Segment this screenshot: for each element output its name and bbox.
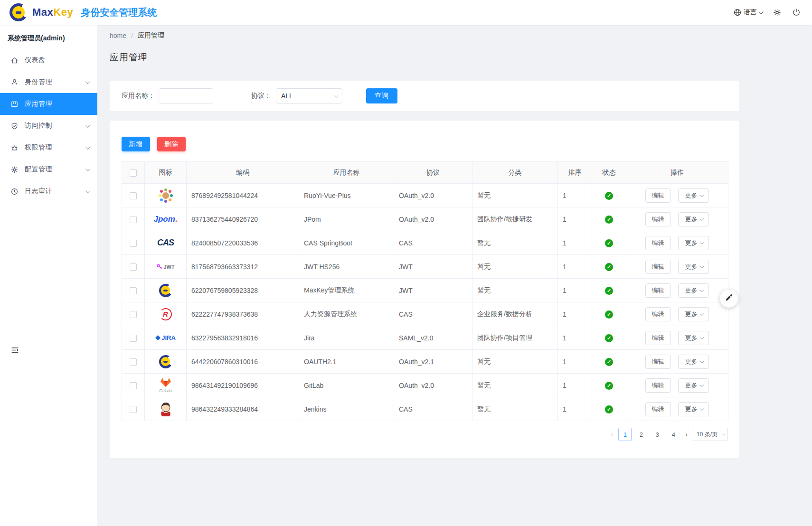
- sidebar-item-access[interactable]: 访问控制: [0, 115, 97, 137]
- clock-icon: [10, 188, 19, 196]
- edit-button[interactable]: 编辑: [645, 331, 671, 345]
- sidebar-item-audit[interactable]: 日志审计: [0, 180, 97, 202]
- status-enabled-icon: [605, 382, 613, 390]
- page-button-3[interactable]: 3: [651, 428, 664, 441]
- app-sort: 1: [558, 350, 592, 374]
- table-row: JIRA 632279563832918016 Jira SAML_v2.0 团…: [122, 326, 728, 350]
- app-sort: 1: [558, 231, 592, 255]
- page-button-4[interactable]: 4: [667, 428, 680, 441]
- row-checkbox[interactable]: [130, 382, 137, 389]
- app-code: 644220607860310016: [187, 350, 299, 374]
- edit-button[interactable]: 编辑: [645, 378, 671, 393]
- brand-name: MaxKey: [32, 6, 73, 19]
- row-checkbox[interactable]: [130, 216, 137, 223]
- sidebar-item-dashboard[interactable]: 仪表盘: [0, 49, 97, 71]
- menu-fold-icon: [10, 348, 19, 356]
- page-button-2[interactable]: 2: [634, 428, 648, 441]
- app-sort: 1: [558, 326, 592, 350]
- sidebar-item-identity[interactable]: 身份管理: [0, 71, 97, 93]
- edit-button[interactable]: 编辑: [645, 402, 671, 416]
- page-size-value: 10 条/页: [697, 431, 718, 439]
- more-button[interactable]: 更多: [678, 355, 709, 369]
- chevron-down-icon: [700, 193, 704, 197]
- app-protocol: SAML_v2.0: [394, 326, 472, 350]
- search-button[interactable]: 查询: [366, 88, 397, 103]
- breadcrumb: home / 应用管理: [110, 31, 739, 40]
- chevron-down-icon: [722, 432, 725, 435]
- row-checkbox[interactable]: [130, 406, 137, 413]
- more-button[interactable]: 更多: [678, 212, 709, 226]
- more-button[interactable]: 更多: [678, 378, 709, 393]
- app-name: JWT HS256: [299, 255, 394, 279]
- row-checkbox[interactable]: [130, 263, 137, 271]
- more-button[interactable]: 更多: [678, 283, 709, 298]
- row-checkbox[interactable]: [130, 358, 137, 366]
- language-switcher[interactable]: 语言: [733, 8, 762, 17]
- sidebar: 系统管理员(admin) 仪表盘 身份管理 应用管理 访问控制 权限管理 配置管…: [0, 25, 98, 526]
- edit-button[interactable]: 编辑: [645, 260, 671, 274]
- gear-icon: [10, 166, 19, 174]
- more-button[interactable]: 更多: [678, 402, 709, 416]
- status-enabled-icon: [605, 263, 613, 271]
- app-protocol: JWT: [394, 255, 472, 279]
- chevron-down-icon: [700, 311, 704, 315]
- app-name: OAUTH2.1: [299, 350, 394, 374]
- sidebar-collapse-button[interactable]: [10, 346, 19, 357]
- app-code: 986432249333284864: [187, 397, 299, 421]
- next-page-button[interactable]: ›: [684, 431, 689, 438]
- more-button[interactable]: 更多: [678, 331, 709, 345]
- row-checkbox[interactable]: [130, 287, 137, 294]
- app-sort: 1: [558, 374, 592, 397]
- more-button[interactable]: 更多: [678, 260, 709, 274]
- app-code: 817568793663373312: [187, 255, 299, 279]
- app-protocol: OAuth_v2.1: [394, 350, 472, 374]
- brand-max: Max: [32, 6, 53, 18]
- more-button[interactable]: 更多: [678, 188, 709, 203]
- prev-page-button[interactable]: ‹: [610, 431, 614, 438]
- settings-button[interactable]: [773, 8, 782, 17]
- logout-icon: [792, 8, 801, 17]
- chevron-down-icon: [700, 383, 704, 386]
- user-icon: [10, 78, 19, 86]
- app-header: MaxKey 身份安全管理系统 语言: [0, 0, 812, 25]
- app-category: 暂无: [472, 184, 558, 207]
- table-row: CAS 824008507220033536 CAS SpringBoot CA…: [122, 231, 728, 255]
- page-size-select[interactable]: 10 条/页: [693, 428, 728, 441]
- col-category: 分类: [472, 162, 558, 184]
- theme-skin-button[interactable]: [720, 290, 738, 308]
- page-button-1[interactable]: 1: [618, 428, 632, 441]
- main-content: home / 应用管理 应用管理 应用名称： 协议： ALL 查询 新增 删除: [98, 25, 812, 526]
- app-name-input[interactable]: [159, 88, 213, 103]
- edit-button[interactable]: 编辑: [645, 307, 671, 321]
- row-checkbox[interactable]: [130, 240, 137, 247]
- select-all-checkbox[interactable]: [130, 169, 137, 177]
- sidebar-item-permissions[interactable]: 权限管理: [0, 137, 97, 159]
- protocol-selected-value: ALL: [281, 92, 293, 100]
- delete-button[interactable]: 删除: [157, 137, 186, 151]
- chevron-down-icon: [85, 79, 90, 84]
- edit-button[interactable]: 编辑: [645, 236, 671, 250]
- logout-button[interactable]: [792, 8, 801, 17]
- ruoyi-logo: [151, 186, 180, 205]
- app-code: 837136275440926720: [187, 207, 299, 231]
- more-button[interactable]: 更多: [678, 236, 709, 250]
- more-button[interactable]: 更多: [678, 307, 709, 321]
- edit-button[interactable]: 编辑: [645, 355, 671, 369]
- edit-button[interactable]: 编辑: [645, 212, 671, 226]
- sidebar-item-config[interactable]: 配置管理: [0, 159, 97, 180]
- col-actions: 操作: [626, 162, 728, 184]
- protocol-select[interactable]: ALL: [276, 88, 342, 103]
- edit-button[interactable]: 编辑: [645, 188, 671, 203]
- status-enabled-icon: [605, 287, 613, 295]
- row-checkbox[interactable]: [130, 335, 137, 342]
- app-icon: [10, 100, 19, 108]
- row-checkbox[interactable]: [130, 192, 137, 199]
- add-button[interactable]: 新增: [122, 137, 150, 151]
- sidebar-item-apps[interactable]: 应用管理: [0, 93, 97, 115]
- row-checkbox[interactable]: [130, 311, 137, 318]
- maxkey-logo: [151, 352, 180, 371]
- edit-button[interactable]: 编辑: [645, 283, 671, 298]
- app-category: 暂无: [472, 350, 558, 374]
- chevron-down-icon: [85, 145, 90, 150]
- breadcrumb-home-link[interactable]: home: [110, 32, 126, 39]
